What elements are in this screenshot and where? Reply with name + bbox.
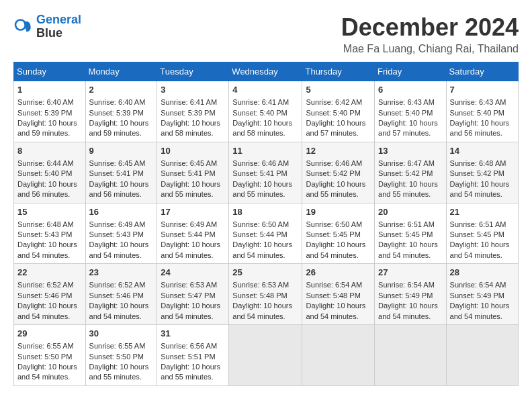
sunset-text: Sunset: 5:51 PM <box>161 353 215 361</box>
sunset-text: Sunset: 5:46 PM <box>17 291 72 300</box>
calendar-cell: 14Sunrise: 6:48 AMSunset: 5:42 PMDayligh… <box>446 142 518 203</box>
calendar-cell: 2Sunrise: 6:40 AMSunset: 5:39 PMDaylight… <box>85 81 157 142</box>
sunset-text: Sunset: 5:45 PM <box>378 230 433 238</box>
daylight-text: Daylight: 10 hours and 56 minutes. <box>17 180 77 198</box>
calendar-week-row: 8Sunrise: 6:44 AMSunset: 5:40 PMDaylight… <box>14 142 519 203</box>
sunrise-text: Sunrise: 6:47 AM <box>378 159 435 167</box>
header-friday: Friday <box>375 62 447 81</box>
daylight-text: Daylight: 10 hours and 54 minutes. <box>17 240 77 259</box>
calendar-cell: 4Sunrise: 6:41 AMSunset: 5:40 PMDaylight… <box>229 81 302 142</box>
sunrise-text: Sunrise: 6:51 AM <box>378 220 435 228</box>
location-title: Mae Fa Luang, Chiang Rai, Thailand <box>341 43 519 55</box>
day-number: 10 <box>161 145 225 157</box>
calendar-cell: 9Sunrise: 6:45 AMSunset: 5:41 PMDaylight… <box>85 142 157 203</box>
sunrise-text: Sunrise: 6:53 AM <box>232 281 289 289</box>
daylight-text: Daylight: 10 hours and 59 minutes. <box>89 119 149 137</box>
calendar-cell: 12Sunrise: 6:46 AMSunset: 5:42 PMDayligh… <box>302 142 375 203</box>
logo-text: General Blue <box>36 13 81 40</box>
sunrise-text: Sunrise: 6:54 AM <box>450 281 506 289</box>
sunrise-text: Sunrise: 6:55 AM <box>17 342 74 350</box>
calendar-week-row: 1Sunrise: 6:40 AMSunset: 5:39 PMDaylight… <box>14 81 519 142</box>
calendar-cell: 25Sunrise: 6:53 AMSunset: 5:48 PMDayligh… <box>229 264 302 325</box>
calendar-cell <box>229 325 302 386</box>
daylight-text: Daylight: 10 hours and 55 minutes. <box>161 363 220 381</box>
calendar-cell <box>302 325 375 386</box>
logo: General Blue <box>13 13 81 40</box>
sunrise-text: Sunrise: 6:48 AM <box>17 220 74 228</box>
daylight-text: Daylight: 10 hours and 54 minutes. <box>232 302 292 320</box>
day-number: 17 <box>161 206 225 218</box>
daylight-text: Daylight: 10 hours and 55 minutes. <box>161 180 220 198</box>
sunrise-text: Sunrise: 6:40 AM <box>17 98 74 106</box>
sunset-text: Sunset: 5:42 PM <box>306 169 360 177</box>
calendar-cell: 29Sunrise: 6:55 AMSunset: 5:50 PMDayligh… <box>14 325 86 386</box>
day-number: 15 <box>17 206 82 218</box>
day-number: 27 <box>378 267 443 279</box>
sunrise-text: Sunrise: 6:48 AM <box>450 159 506 167</box>
daylight-text: Daylight: 10 hours and 57 minutes. <box>306 119 365 137</box>
header-saturday: Saturday <box>446 62 518 81</box>
sunrise-text: Sunrise: 6:40 AM <box>89 98 146 106</box>
day-number: 21 <box>450 206 515 218</box>
daylight-text: Daylight: 10 hours and 55 minutes. <box>89 363 149 381</box>
day-number: 19 <box>306 206 371 218</box>
calendar-cell: 6Sunrise: 6:43 AMSunset: 5:40 PMDaylight… <box>375 81 447 142</box>
day-number: 30 <box>89 328 154 340</box>
daylight-text: Daylight: 10 hours and 54 minutes. <box>232 240 292 259</box>
calendar-cell <box>446 325 518 386</box>
day-number: 31 <box>161 328 225 340</box>
daylight-text: Daylight: 10 hours and 54 minutes. <box>378 302 438 320</box>
sunrise-text: Sunrise: 6:49 AM <box>161 220 217 228</box>
calendar-cell <box>375 325 447 386</box>
daylight-text: Daylight: 10 hours and 54 minutes. <box>306 240 365 259</box>
daylight-text: Daylight: 10 hours and 54 minutes. <box>89 302 149 320</box>
sunrise-text: Sunrise: 6:43 AM <box>378 98 435 106</box>
sunset-text: Sunset: 5:44 PM <box>161 230 215 238</box>
sunset-text: Sunset: 5:41 PM <box>232 169 287 177</box>
calendar-cell: 24Sunrise: 6:53 AMSunset: 5:47 PMDayligh… <box>157 264 229 325</box>
header-sunday: Sunday <box>14 62 86 81</box>
calendar-cell: 8Sunrise: 6:44 AMSunset: 5:40 PMDaylight… <box>14 142 86 203</box>
day-number: 26 <box>306 267 371 279</box>
sunrise-text: Sunrise: 6:55 AM <box>89 342 146 350</box>
sunrise-text: Sunrise: 6:46 AM <box>306 159 362 167</box>
sunrise-text: Sunrise: 6:41 AM <box>232 98 289 106</box>
daylight-text: Daylight: 10 hours and 54 minutes. <box>161 240 220 259</box>
header-thursday: Thursday <box>302 62 375 81</box>
sunset-text: Sunset: 5:41 PM <box>89 169 144 177</box>
sunset-text: Sunset: 5:41 PM <box>161 169 215 177</box>
sunrise-text: Sunrise: 6:43 AM <box>450 98 506 106</box>
calendar-header-row: SundayMondayTuesdayWednesdayThursdayFrid… <box>14 62 519 81</box>
day-number: 3 <box>161 84 225 96</box>
day-number: 12 <box>306 145 371 157</box>
day-number: 28 <box>450 267 515 279</box>
calendar-week-row: 22Sunrise: 6:52 AMSunset: 5:46 PMDayligh… <box>14 264 519 325</box>
day-number: 23 <box>89 267 154 279</box>
daylight-text: Daylight: 10 hours and 56 minutes. <box>89 180 149 198</box>
sunset-text: Sunset: 5:45 PM <box>306 230 360 238</box>
sunset-text: Sunset: 5:39 PM <box>89 109 144 117</box>
sunrise-text: Sunrise: 6:42 AM <box>306 98 362 106</box>
title-section: December 2024 Mae Fa Luang, Chiang Rai, … <box>341 13 519 55</box>
sunset-text: Sunset: 5:50 PM <box>89 353 144 361</box>
sunrise-text: Sunrise: 6:54 AM <box>378 281 435 289</box>
daylight-text: Daylight: 10 hours and 54 minutes. <box>450 240 510 259</box>
day-number: 25 <box>232 267 298 279</box>
sunrise-text: Sunrise: 6:49 AM <box>89 220 146 228</box>
calendar-week-row: 15Sunrise: 6:48 AMSunset: 5:43 PMDayligh… <box>14 203 519 264</box>
daylight-text: Daylight: 10 hours and 54 minutes. <box>89 240 149 259</box>
sunset-text: Sunset: 5:44 PM <box>232 230 287 238</box>
sunset-text: Sunset: 5:40 PM <box>17 169 72 177</box>
calendar-cell: 10Sunrise: 6:45 AMSunset: 5:41 PMDayligh… <box>157 142 229 203</box>
logo-icon <box>13 17 34 37</box>
daylight-text: Daylight: 10 hours and 59 minutes. <box>17 119 77 137</box>
day-number: 20 <box>378 206 443 218</box>
calendar-cell: 3Sunrise: 6:41 AMSunset: 5:39 PMDaylight… <box>157 81 229 142</box>
calendar-cell: 11Sunrise: 6:46 AMSunset: 5:41 PMDayligh… <box>229 142 302 203</box>
day-number: 24 <box>161 267 225 279</box>
calendar-cell: 17Sunrise: 6:49 AMSunset: 5:44 PMDayligh… <box>157 203 229 264</box>
calendar-cell: 31Sunrise: 6:56 AMSunset: 5:51 PMDayligh… <box>157 325 229 386</box>
calendar-cell: 16Sunrise: 6:49 AMSunset: 5:43 PMDayligh… <box>85 203 157 264</box>
daylight-text: Daylight: 10 hours and 54 minutes. <box>450 180 510 198</box>
sunset-text: Sunset: 5:40 PM <box>232 109 287 117</box>
